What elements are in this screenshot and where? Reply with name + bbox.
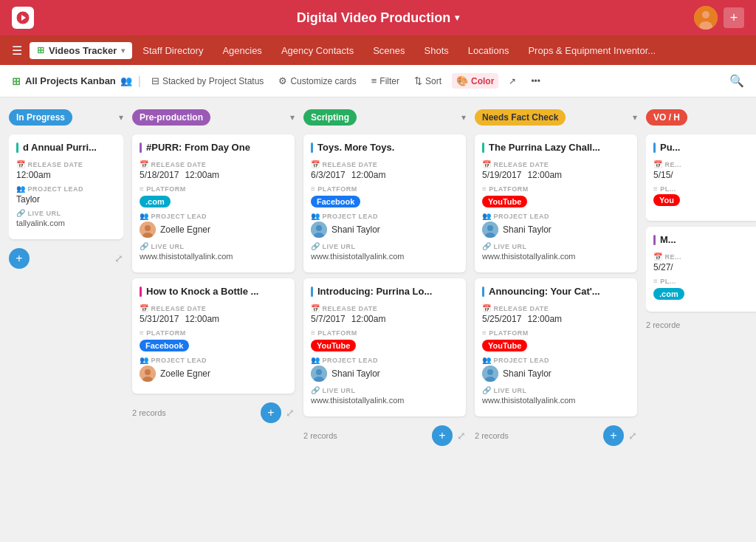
add-card-button[interactable]: + bbox=[432, 425, 453, 446]
customize-button[interactable]: ⚙ Customize cards bbox=[274, 73, 360, 89]
view-title[interactable]: ⊞ All Projects Kanban 👥 bbox=[12, 75, 132, 87]
add-card-button[interactable]: + bbox=[9, 248, 30, 269]
platform-icon: ≡ bbox=[311, 185, 315, 193]
card-field-platform: ≡ PLATFORM .com bbox=[140, 185, 287, 207]
platform-icon: ≡ bbox=[140, 185, 144, 193]
platform-badge: Facebook bbox=[311, 196, 360, 207]
card-field-url: 🔗 LIVE URL www.thisistotallyalink.com bbox=[140, 242, 287, 261]
platform-badge: YouTube bbox=[482, 340, 527, 351]
expand-button[interactable]: ⤢ bbox=[286, 407, 295, 419]
field-value: 5/27/ bbox=[653, 262, 753, 272]
nav-tab-agencies[interactable]: Agencies bbox=[213, 42, 270, 59]
field-label: 📅 RELEASE DATE bbox=[140, 160, 287, 168]
card-color-bar bbox=[140, 143, 142, 153]
nav-tab-agency-contacts[interactable]: Agency Contacts bbox=[272, 42, 362, 59]
person-icon: 👥 bbox=[311, 356, 320, 364]
nav-tab-staff-directory[interactable]: Staff Directory bbox=[134, 42, 212, 59]
column-collapse[interactable]: ▾ bbox=[633, 112, 637, 123]
field-label: 📅 RELEASE DATE bbox=[311, 304, 458, 312]
color-button[interactable]: 🎨 Color bbox=[452, 73, 498, 89]
field-value: tallyalink.com bbox=[16, 219, 116, 227]
card-title: Toys. More Toys. bbox=[311, 142, 458, 153]
card-color-bar bbox=[482, 287, 484, 297]
nav-tab-props[interactable]: Props & Equipment Inventor... bbox=[519, 42, 664, 59]
column-label: VO / H bbox=[646, 109, 687, 126]
avatar bbox=[311, 366, 327, 382]
card-title: #PURR: From Day One bbox=[140, 142, 287, 153]
column-header-scripting: Scripting ▾ bbox=[303, 106, 466, 128]
hamburger-menu[interactable]: ☰ bbox=[6, 41, 28, 61]
person-icon: 👥 bbox=[482, 212, 492, 220]
sort-button[interactable]: ⇅ Sort bbox=[410, 73, 446, 89]
footer-actions: + ⤢ bbox=[603, 425, 637, 446]
share-button[interactable]: ↗ bbox=[504, 74, 520, 89]
add-card-button[interactable]: + bbox=[261, 402, 281, 423]
link-icon: 🔗 bbox=[482, 242, 492, 250]
column-collapse[interactable]: ▾ bbox=[119, 112, 123, 123]
nav-bar: ☰ ⊞ Videos Tracker ▾ Staff Directory Age… bbox=[0, 35, 756, 65]
calendar-icon: 📅 bbox=[311, 160, 320, 168]
column-label: Scripting bbox=[303, 109, 357, 126]
app-logo[interactable] bbox=[12, 7, 34, 29]
expand-button[interactable]: ⤢ bbox=[114, 253, 123, 264]
person-icon: 👥 bbox=[140, 212, 149, 220]
field-label: 📅 RELEASE DATE bbox=[16, 160, 116, 168]
column-header-needs-fact-check: Needs Fact Check ▾ bbox=[475, 106, 637, 128]
field-label: 🔗 LIVE URL bbox=[311, 386, 458, 394]
card-color-bar bbox=[653, 143, 656, 153]
svg-point-21 bbox=[487, 369, 493, 375]
svg-point-3 bbox=[702, 11, 709, 18]
card: The Purrina Lazy Chall... 📅 RELEASE DATE… bbox=[475, 134, 637, 272]
field-value: www.thisistotallyalink.com bbox=[482, 396, 630, 405]
person-icon: 👥 bbox=[16, 185, 26, 193]
nav-brand[interactable]: ⊞ Videos Tracker ▾ bbox=[30, 42, 132, 59]
nav-tab-scenes[interactable]: Scenes bbox=[364, 42, 413, 59]
column-footer: 2 records + ⤢ bbox=[132, 399, 295, 426]
link-icon: 🔗 bbox=[16, 209, 26, 217]
field-value: www.thisistotallyalink.com bbox=[311, 252, 458, 261]
card-field-release-date: 📅 RE... 5/27/ bbox=[653, 253, 753, 272]
add-card-button[interactable]: + bbox=[603, 425, 624, 446]
card-field-release-date: 📅 RELEASE DATE 5/7/2017 12:00am bbox=[311, 304, 458, 324]
filter-icon: ≡ bbox=[371, 75, 377, 86]
user-avatar[interactable] bbox=[694, 6, 718, 30]
calendar-icon: 📅 bbox=[140, 304, 149, 312]
field-label: ≡ PL... bbox=[653, 185, 753, 193]
nav-tab-shots[interactable]: Shots bbox=[416, 42, 458, 59]
link-icon: 🔗 bbox=[140, 242, 149, 250]
filter-button[interactable]: ≡ Filter bbox=[367, 73, 404, 89]
field-label: ≡ PLATFORM bbox=[140, 329, 287, 337]
card-field-release-date: 📅 RELEASE DATE 5/19/2017 12:00am bbox=[482, 160, 630, 180]
expand-button[interactable]: ⤢ bbox=[457, 430, 466, 442]
calendar-icon: 📅 bbox=[482, 160, 492, 168]
platform-badge: Facebook bbox=[140, 340, 189, 351]
svg-point-12 bbox=[316, 225, 322, 231]
column-collapse[interactable]: ▾ bbox=[290, 112, 295, 123]
card-field-platform: ≡ PLATFORM YouTube bbox=[311, 329, 458, 351]
kanban-icon: ⊞ bbox=[12, 75, 21, 87]
platform-icon: ≡ bbox=[140, 329, 144, 337]
field-label: 📅 RELEASE DATE bbox=[311, 160, 458, 168]
app-title[interactable]: Digital Video Production ▾ bbox=[297, 10, 460, 26]
card: Toys. More Toys. 📅 RELEASE DATE 6/3/2017… bbox=[303, 134, 466, 272]
card: Announcing: Your Cat'... 📅 RELEASE DATE … bbox=[475, 278, 637, 416]
stacked-button[interactable]: ⊟ Stacked by Project Status bbox=[147, 73, 268, 89]
nav-tab-locations[interactable]: Locations bbox=[459, 42, 518, 59]
platform-icon: ≡ bbox=[653, 277, 658, 285]
expand-button[interactable]: ⤢ bbox=[628, 430, 637, 442]
footer-actions: + ⤢ bbox=[261, 402, 295, 423]
column-scripting: Scripting ▾ Toys. More Toys. 📅 RELEASE D… bbox=[303, 106, 466, 533]
column-collapse[interactable]: ▾ bbox=[461, 112, 466, 123]
add-button[interactable]: + bbox=[724, 7, 744, 28]
platform-icon: ≡ bbox=[482, 185, 487, 193]
toolbar: ⊞ All Projects Kanban 👥 | ⊟ Stacked by P… bbox=[0, 65, 756, 97]
field-label: 📅 RELEASE DATE bbox=[140, 304, 287, 312]
column-label: Needs Fact Check bbox=[475, 109, 566, 126]
field-label: ≡ PLATFORM bbox=[482, 185, 630, 193]
card-field-platform: ≡ PLATFORM Facebook bbox=[140, 329, 287, 351]
search-button[interactable]: 🔍 bbox=[729, 74, 744, 88]
field-label: 👥 PROJECT LEAD bbox=[482, 356, 630, 364]
card-field-url: 🔗 LIVE URL www.thisistotallyalink.com bbox=[311, 386, 458, 405]
more-button[interactable]: ••• bbox=[526, 74, 545, 89]
card-field-lead: 👥 PROJECT LEAD Shani Taylor bbox=[311, 212, 458, 238]
